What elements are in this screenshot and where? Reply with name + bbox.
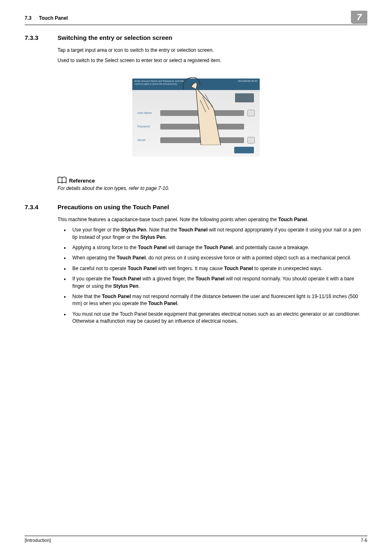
label-password: Password xyxy=(137,125,157,128)
figure-header-line2: touch [Login] or press the [Access] key. xyxy=(135,83,184,86)
para-733-1: Tap a target input area or icon to switc… xyxy=(58,47,363,54)
section-title-734: Precautions on using the Touch Panel xyxy=(58,204,169,210)
header-section-title: Touch Panel xyxy=(39,15,68,21)
chapter-tab: 7 xyxy=(351,11,367,24)
username-input[interactable] xyxy=(160,110,244,116)
para-734-intro: This machine features a capacitance-base… xyxy=(58,216,363,223)
reference-book-icon xyxy=(58,176,67,184)
list-item: Use your finger or the Stylus Pen. Note … xyxy=(69,227,363,241)
touch-panel-figure: Enter Account Name and Password, and the… xyxy=(132,79,260,157)
page-header: 7.3 Touch Panel 7 xyxy=(25,12,367,25)
section-title-733: Switching the entry or selection screen xyxy=(58,34,172,41)
header-section-number: 7.3 xyxy=(25,15,32,21)
password-input[interactable] xyxy=(160,124,244,130)
login-button[interactable] xyxy=(234,147,254,153)
list-item: You must not use the Touch Panel beside … xyxy=(69,311,363,325)
figure-header-line1: Enter Account Name and Password, and the… xyxy=(135,80,184,83)
server-keypad-icon[interactable] xyxy=(247,137,255,143)
list-item: Note that the Touch Panel may not respon… xyxy=(69,293,363,308)
label-username: User Name xyxy=(137,111,157,114)
label-server: Server xyxy=(137,139,157,141)
list-item: When operating the Touch Panel, do not p… xyxy=(69,254,363,261)
footer-right: 7-6 xyxy=(361,538,367,543)
server-input[interactable] xyxy=(160,137,244,143)
footer-left: [Introduction] xyxy=(25,538,51,543)
page-footer: [Introduction] 7-6 xyxy=(25,536,367,543)
list-item: Applying a strong force to the Touch Pan… xyxy=(69,244,363,251)
reference-text: For details about the icon types, refer … xyxy=(58,185,367,191)
public-user-box xyxy=(235,93,254,102)
para-733-2: Used to switch to the Select screen to e… xyxy=(58,57,363,64)
precautions-list: Use your finger or the Stylus Pen. Note … xyxy=(69,227,363,325)
section-number-733: 7.3.3 xyxy=(25,34,45,41)
figure-time: 2012/06/25 09:40 xyxy=(238,80,257,89)
list-item: Be careful not to operate Touch Panel wi… xyxy=(69,265,363,272)
reference-label: Reference xyxy=(69,178,95,184)
username-keypad-icon[interactable] xyxy=(247,110,255,116)
list-item: If you operate the Touch Panel with a gl… xyxy=(69,275,363,290)
section-number-734: 7.3.4 xyxy=(25,204,45,210)
